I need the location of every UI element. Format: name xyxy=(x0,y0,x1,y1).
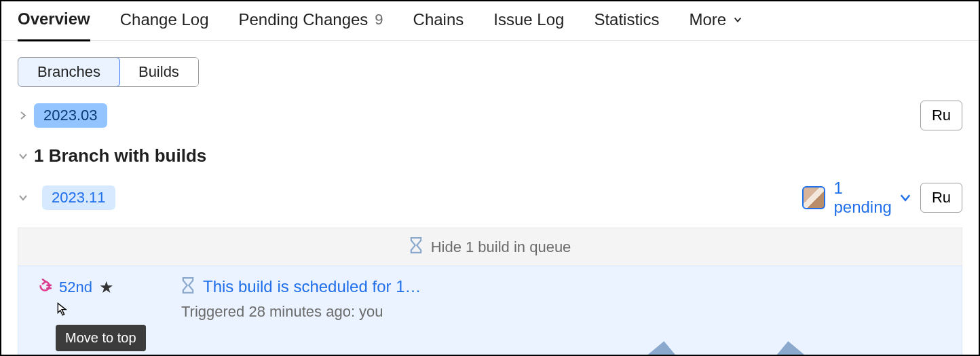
branch-chip-2023-03[interactable]: 2023.03 xyxy=(34,103,107,128)
tab-statistics[interactable]: Statistics xyxy=(594,10,659,40)
tab-change-log[interactable]: Change Log xyxy=(120,10,209,40)
tab-label: Pending Changes xyxy=(239,10,369,29)
branch-chip-2023-11[interactable]: 2023.11 xyxy=(42,185,115,210)
pending-label: 1 pending xyxy=(833,179,891,217)
move-to-top-icon[interactable] xyxy=(35,277,52,298)
hourglass-icon xyxy=(181,277,195,296)
chevron-down-icon xyxy=(733,15,742,24)
tab-overview[interactable]: Overview xyxy=(18,10,90,41)
queue-position[interactable]: 52nd xyxy=(59,279,92,296)
tab-issue-log[interactable]: Issue Log xyxy=(493,10,564,40)
pending-count-badge: 9 xyxy=(375,11,383,29)
run-button[interactable]: Ru xyxy=(920,101,962,130)
build-position-cell: 52nd ★ xyxy=(35,277,170,298)
tab-bar: Overview Change Log Pending Changes 9 Ch… xyxy=(1,1,979,41)
section-title: 1 Branch with builds xyxy=(34,145,206,166)
hourglass-icon xyxy=(409,237,423,257)
build-row: 52nd ★ This build is scheduled for 1… Tr… xyxy=(18,266,962,356)
triggered-text: Triggered 28 minutes ago: you xyxy=(181,303,480,321)
pending-link[interactable]: 1 pending xyxy=(833,179,911,217)
view-toggle-row: Branches Builds xyxy=(1,41,979,87)
expand-toggle-icon[interactable] xyxy=(18,192,29,203)
segment-branches[interactable]: Branches xyxy=(18,57,120,87)
hide-queue-toggle[interactable]: Hide 1 build in queue xyxy=(18,228,962,266)
branch-chip-row: 2023.03 Ru xyxy=(1,87,979,130)
build-author-cell: Dmi Krasnoschn: 1 6 agents | xyxy=(491,277,844,356)
build-title-link[interactable]: This build is scheduled for 1… xyxy=(203,277,421,296)
build-info-cell: This build is scheduled for 1… Triggered… xyxy=(181,277,480,321)
branch-row: 2023.11 1 pending Ru xyxy=(1,166,979,217)
expand-toggle-icon[interactable] xyxy=(18,151,29,162)
run-button[interactable]: Ru xyxy=(920,183,962,213)
tab-more[interactable]: More xyxy=(689,10,742,40)
tab-pending-changes[interactable]: Pending Changes 9 xyxy=(239,10,383,40)
hide-queue-label: Hide 1 build in queue xyxy=(431,238,571,256)
expand-toggle-icon[interactable] xyxy=(18,110,29,121)
tab-chains[interactable]: Chains xyxy=(413,10,464,40)
section-title-row: 1 Branch with builds xyxy=(1,130,979,166)
avatar[interactable] xyxy=(802,186,825,209)
chevron-down-icon[interactable] xyxy=(609,277,844,356)
star-icon[interactable]: ★ xyxy=(99,278,114,297)
chevron-down-icon xyxy=(899,191,912,204)
segment-builds[interactable]: Builds xyxy=(119,58,198,86)
tooltip: Move to top xyxy=(56,325,146,351)
segmented-control: Branches Builds xyxy=(18,57,199,87)
tab-label: More xyxy=(689,10,726,29)
